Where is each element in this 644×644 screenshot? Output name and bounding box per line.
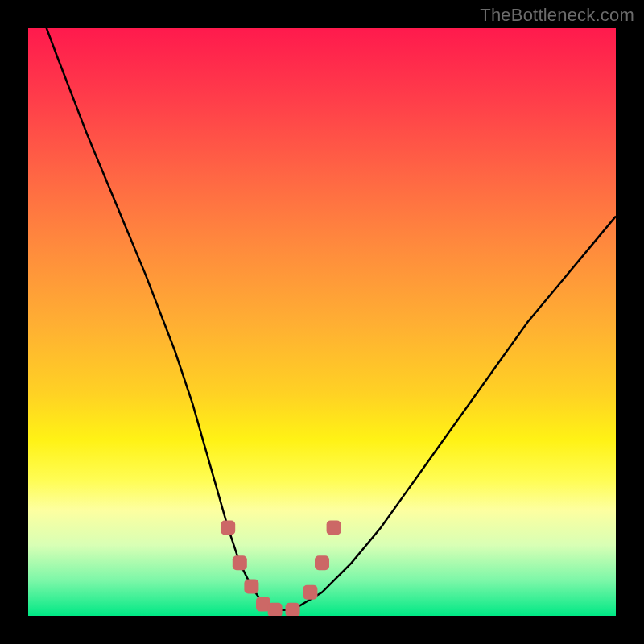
- highlight-marker: [268, 603, 283, 616]
- highlight-marker: [244, 580, 258, 594]
- chart-frame: TheBottleneck.com: [0, 0, 644, 644]
- highlight-marker: [327, 521, 341, 535]
- highlight-marker: [233, 555, 247, 570]
- plot-area: [28, 28, 616, 616]
- highlight-marker: [303, 585, 317, 600]
- highlight-marker: [221, 521, 235, 535]
- highlight-marker: [315, 555, 329, 570]
- highlight-marker: [286, 603, 300, 616]
- watermark-text: TheBottleneck.com: [480, 5, 634, 26]
- marker-group: [221, 521, 341, 617]
- bottleneck-svg: [28, 28, 616, 616]
